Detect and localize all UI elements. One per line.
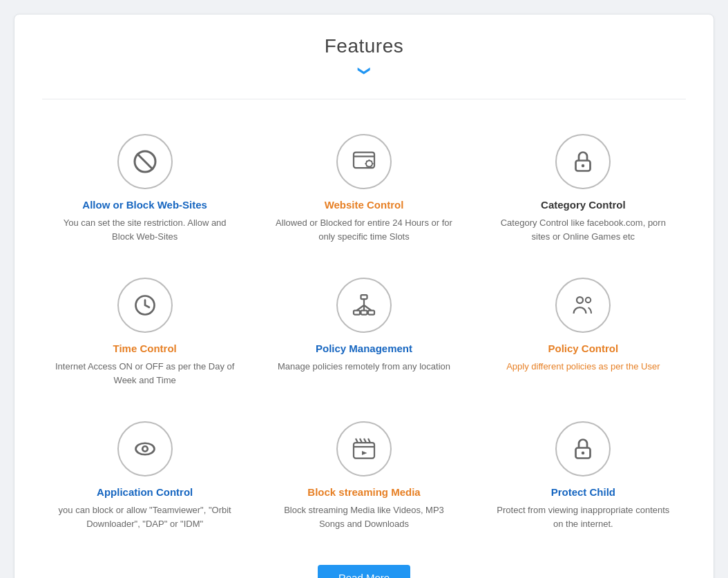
svg-line-1 (137, 153, 153, 169)
policy-control-icon (555, 278, 611, 333)
read-more-button[interactable]: Read More (318, 565, 410, 578)
svg-point-26 (142, 446, 148, 452)
category-control-title: Category Control (541, 199, 626, 211)
feature-item-protect-child: Protect ChildProtect from viewing inappr… (481, 407, 686, 544)
block-streaming-icon (336, 421, 392, 476)
features-card: Features Allow or Block Web-SitesYou can… (14, 14, 714, 578)
allow-block-websites-icon (117, 134, 173, 189)
feature-item-website-control: Website ControlAllowed or Blocked for en… (261, 120, 466, 257)
website-control-icon (336, 134, 392, 189)
read-more-wrap: Read More (42, 565, 686, 578)
allow-block-websites-title: Allow or Block Web-Sites (82, 199, 207, 211)
protect-child-title: Protect Child (551, 486, 615, 498)
policy-control-title: Policy Control (548, 343, 618, 354)
svg-line-12 (372, 161, 372, 162)
application-control-desc: you can block or allow "Teamviewer", "Or… (52, 503, 237, 530)
feature-item-policy-control: Policy ControlApply different policies a… (481, 264, 686, 401)
policy-control-desc: Apply different policies as per the User (506, 360, 660, 374)
time-control-desc: Internet Access ON or OFF as per the Day… (52, 360, 237, 387)
category-control-icon (555, 134, 611, 189)
svg-rect-17 (354, 311, 360, 315)
svg-line-9 (366, 161, 367, 162)
svg-point-25 (135, 443, 154, 455)
svg-line-10 (372, 166, 372, 166)
feature-item-allow-block-websites: Allow or Block Web-SitesYou can set the … (42, 120, 247, 257)
block-streaming-desc: Block streaming Media like Videos, MP3 S… (271, 503, 456, 530)
svg-rect-19 (361, 311, 367, 315)
policy-management-desc: Manage policies remotely from any locati… (278, 360, 450, 374)
policy-management-title: Policy Management (316, 343, 412, 354)
feature-item-category-control: Category ControlCategory Control like fa… (481, 120, 686, 257)
divider (42, 99, 686, 99)
svg-rect-27 (354, 443, 374, 459)
page-title: Features (42, 35, 686, 57)
svg-rect-16 (361, 295, 367, 299)
time-control-icon (117, 278, 173, 333)
protect-child-icon (555, 421, 611, 476)
feature-item-time-control: Time ControlInternet Access ON or OFF as… (42, 264, 247, 401)
svg-line-11 (366, 166, 367, 166)
chevron-down-icon (42, 63, 686, 78)
application-control-title: Application Control (97, 486, 193, 498)
block-streaming-title: Block streaming Media (307, 486, 420, 498)
application-control-icon (117, 421, 173, 476)
policy-management-icon (336, 278, 392, 333)
svg-point-35 (582, 452, 585, 455)
svg-point-24 (586, 298, 591, 303)
category-control-desc: Category Control like facebook.com, porn… (491, 216, 676, 243)
svg-rect-18 (368, 311, 374, 315)
feature-item-policy-management: Policy ManagementManage policies remotel… (261, 264, 466, 401)
feature-item-block-streaming: Block streaming MediaBlock streaming Med… (261, 407, 466, 544)
svg-point-14 (582, 164, 585, 168)
website-control-title: Website Control (325, 199, 404, 211)
svg-point-23 (577, 297, 583, 303)
feature-item-application-control: Application Controlyou can block or allo… (42, 407, 247, 544)
features-grid: Allow or Block Web-SitesYou can set the … (42, 120, 686, 544)
allow-block-websites-desc: You can set the site restriction. Allow … (52, 216, 237, 243)
svg-marker-33 (362, 451, 367, 455)
website-control-desc: Allowed or Blocked for entire 24 Hours o… (271, 216, 456, 243)
protect-child-desc: Protect from viewing inappropriate conte… (491, 503, 676, 530)
time-control-title: Time Control (113, 343, 177, 354)
